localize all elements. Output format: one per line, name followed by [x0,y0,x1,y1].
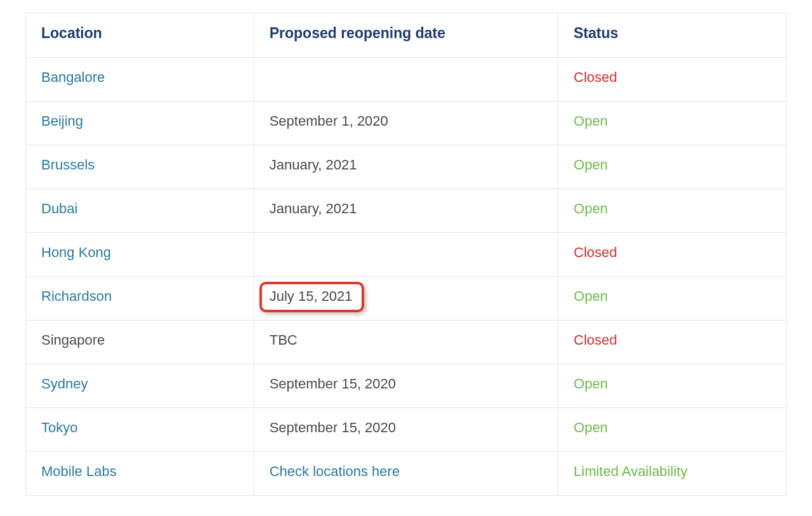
status-cell: Open [558,145,787,189]
date-text: July 15, 2021 [270,288,353,304]
date-cell: September 15, 2020 [254,408,558,452]
status-text: Open [573,201,608,216]
locations-table-wrapper: Location Proposed reopening date Status … [25,13,787,496]
status-text: Open [573,113,608,129]
status-text: Closed [573,332,617,348]
table-row: TokyoSeptember 15, 2020Open [26,408,787,452]
status-cell: Closed [558,233,787,277]
location-text: Singapore [41,332,105,348]
location-cell: Richardson [26,277,254,321]
table-row: SydneySeptember 15, 2020Open [26,364,787,408]
status-text: Open [573,420,608,435]
date-cell: July 15, 2021 [254,277,558,321]
location-link[interactable]: Beijing [41,113,83,129]
date-text: September 1, 2020 [270,113,388,129]
table-row: BangaloreClosed [26,58,787,102]
table-row: DubaiJanuary, 2021Open [26,189,787,233]
location-cell: Dubai [26,189,254,233]
location-cell: Singapore [26,321,254,364]
status-text: Open [573,288,608,304]
location-cell: Bangalore [26,58,254,102]
status-cell: Closed [558,321,787,364]
location-link[interactable]: Mobile Labs [41,463,117,479]
header-location: Location [26,13,254,58]
table-row: Mobile LabsCheck locations hereLimited A… [26,452,787,496]
status-text: Closed [573,244,617,260]
table-row: RichardsonJuly 15, 2021Open [26,277,787,321]
status-cell: Open [558,364,787,408]
status-text: Open [573,376,608,392]
date-cell: January, 2021 [254,189,558,233]
date-text: January, 2021 [270,201,357,216]
table-header-row: Location Proposed reopening date Status [26,13,787,58]
date-text: January, 2021 [270,157,357,173]
location-link[interactable]: Richardson [41,288,112,304]
date-cell: September 15, 2020 [254,364,558,408]
date-cell: January, 2021 [254,145,558,189]
date-cell: TBC [254,321,558,364]
date-cell: September 1, 2020 [254,102,558,145]
date-cell [254,58,558,102]
table-row: Hong KongClosed [26,233,787,277]
date-text: TBC [270,332,298,348]
status-cell: Limited Availability [558,452,787,496]
status-text: Open [573,157,608,173]
status-cell: Open [558,189,787,233]
location-cell: Tokyo [26,408,254,452]
table-row: BrusselsJanuary, 2021Open [26,145,787,189]
location-cell: Mobile Labs [26,452,254,496]
status-cell: Open [558,408,787,452]
location-link[interactable]: Hong Kong [41,244,111,260]
date-cell [254,233,558,277]
header-status: Status [558,13,787,58]
location-link[interactable]: Sydney [41,376,88,392]
status-cell: Open [558,102,787,145]
highlight-box: July 15, 2021 [270,288,362,305]
location-link[interactable]: Tokyo [41,420,77,435]
location-cell: Brussels [26,145,254,189]
date-link[interactable]: Check locations here [270,463,400,479]
status-cell: Open [558,277,787,321]
location-link[interactable]: Dubai [41,201,77,216]
locations-table: Location Proposed reopening date Status … [25,13,787,496]
header-date: Proposed reopening date [254,13,558,58]
location-cell: Beijing [26,102,254,145]
date-text: September 15, 2020 [270,420,396,435]
status-cell: Closed [558,58,787,102]
location-link[interactable]: Brussels [41,157,95,173]
status-text: Closed [573,69,617,85]
table-row: SingaporeTBCClosed [26,321,787,364]
status-text: Limited Availability [573,463,687,479]
date-cell: Check locations here [254,452,558,496]
location-cell: Sydney [26,364,254,408]
date-text: September 15, 2020 [270,376,396,392]
location-link[interactable]: Bangalore [41,69,105,85]
location-cell: Hong Kong [26,233,254,277]
table-row: BeijingSeptember 1, 2020Open [26,102,787,145]
